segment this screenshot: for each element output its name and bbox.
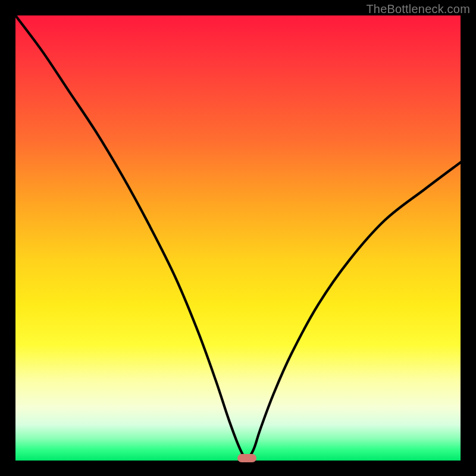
optimal-marker xyxy=(237,454,256,462)
watermark-text: TheBottleneck.com xyxy=(366,2,470,16)
chart-frame: TheBottleneck.com xyxy=(0,0,476,476)
plot-area xyxy=(15,15,461,461)
bottleneck-curve xyxy=(15,15,461,461)
